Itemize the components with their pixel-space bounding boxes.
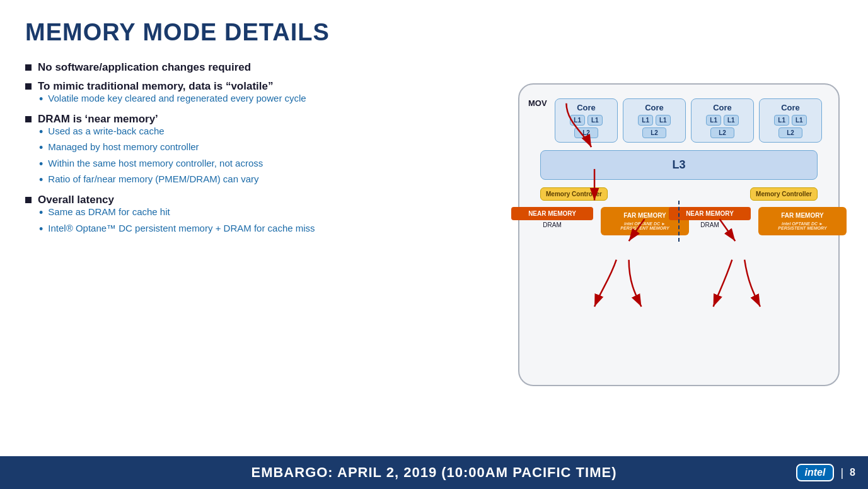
bullet-text-2: To mimic traditional memory, data is “vo… [38, 80, 273, 93]
sub-item-3-2: • Managed by host memory controller [39, 141, 502, 155]
bullet-item-4: Overall latency • Same as DRAM for cache… [25, 194, 502, 236]
bullet-list: No software/application changes required… [25, 61, 502, 236]
l2-cache-4: L2 [778, 127, 802, 138]
bullet-icon-2 [25, 83, 32, 90]
sub-dot-icon: • [39, 93, 43, 107]
near-memory-right: NEAR MEMORY [669, 207, 751, 220]
bullet-text-4: Overall latency [38, 194, 114, 206]
core-box-3: Core L1 L1 L2 [691, 98, 754, 143]
mem-controller-right: Memory Controller [750, 187, 818, 201]
right-panel: MOV Core L1 L1 L2 Core L1 L1 [515, 19, 843, 450]
l1-cache-4b: L1 [792, 115, 807, 126]
l1-cache-3b: L1 [724, 115, 739, 126]
core-label-2: Core [645, 103, 664, 112]
sub-item-3-4: • Ratio of far/near memory (PMEM/DRAM) c… [39, 174, 502, 187]
sub-text-3-4: Ratio of far/near memory (PMEM/DRAM) can… [48, 174, 258, 184]
sub-dot-icon: • [39, 141, 43, 155]
architecture-diagram: MOV Core L1 L1 L2 Core L1 L1 [518, 83, 840, 386]
sub-text-2-1: Volatile mode key cleared and regenerate… [48, 93, 306, 103]
core-box-2: Core L1 L1 L2 [623, 98, 686, 143]
near-memory-left: NEAR MEMORY [511, 207, 593, 220]
page-title: MEMORY MODE DETAILS [25, 19, 502, 46]
bullet-icon-4 [25, 197, 32, 203]
core-box-4: Core L1 L1 L2 [759, 98, 822, 143]
dashed-divider [678, 201, 680, 242]
bullet-icon-1 [25, 64, 32, 71]
intel-optane-right: intel OPTANE DC ►PERSISTENT MEMORY [765, 221, 840, 230]
sub-item-3-1: • Used as a write-back cache [39, 126, 502, 139]
page-number: 8 [850, 467, 855, 478]
sub-dot-icon: • [39, 223, 43, 237]
l2-cache-1: L2 [574, 127, 598, 138]
l1-cache-3a: L1 [706, 115, 721, 126]
sub-item-4-2: • Intel® Optane™ DC persistent memory + … [39, 223, 502, 237]
sub-dot-icon: • [39, 174, 43, 187]
footer-divider: | [840, 466, 843, 480]
sub-list-2: • Volatile mode key cleared and regenera… [39, 93, 502, 107]
sub-item-3-3: • Within the same host memory controller… [39, 158, 502, 172]
dram-label-right: DRAM [700, 221, 719, 228]
bullet-item-3: DRAM is ‘near memory’ • Used as a write-… [25, 113, 502, 187]
sub-list-4: • Same as DRAM for cache hit • Intel® Op… [39, 206, 502, 236]
mem-unit-left: NEAR MEMORY DRAM FAR MEMORY intel OPTANE… [540, 207, 660, 235]
mem-unit-right: NEAR MEMORY DRAM FAR MEMORY intel OPTANE… [698, 207, 818, 235]
l1-cache-1a: L1 [570, 115, 585, 126]
bullet-item-1: No software/application changes required [25, 61, 502, 74]
footer-text: EMBARGO: APRIL 2, 2019 (10:00AM PACIFIC … [251, 464, 616, 481]
left-panel: MEMORY MODE DETAILS No software/applicat… [25, 19, 502, 450]
cores-row: Core L1 L1 L2 Core L1 L1 L2 Core [555, 98, 822, 143]
memory-controllers-row: Memory Controller Memory Controller [540, 187, 818, 201]
sub-item-4-1: • Same as DRAM for cache hit [39, 206, 502, 220]
sub-dot-icon: • [39, 126, 43, 139]
bullet-text-1: No software/application changes required [38, 61, 251, 74]
sub-dot-icon: • [39, 158, 43, 172]
l2-cache-3: L2 [710, 127, 734, 138]
mov-label: MOV [528, 98, 547, 108]
sub-text-4-1: Same as DRAM for cache hit [48, 206, 170, 217]
core-label-3: Core [713, 103, 732, 112]
l1-cache-2a: L1 [638, 115, 653, 126]
bullet-item-2: To mimic traditional memory, data is “vo… [25, 80, 502, 107]
far-memory-label-right: FAR MEMORY [765, 212, 840, 219]
bullet-text-3: DRAM is ‘near memory’ [38, 113, 158, 126]
l3-cache-box: L3 [540, 150, 818, 180]
l1-cache-2b: L1 [656, 115, 671, 126]
footer-bar: EMBARGO: APRIL 2, 2019 (10:00AM PACIFIC … [0, 456, 868, 489]
sub-text-3-1: Used as a write-back cache [48, 126, 164, 136]
far-memory-right: FAR MEMORY intel OPTANE DC ►PERSISTENT M… [758, 207, 847, 235]
core-label-4: Core [781, 103, 800, 112]
core-box-1: Core L1 L1 L2 [555, 98, 618, 143]
sub-text-3-3: Within the same host memory controller, … [48, 158, 263, 168]
sub-list-3: • Used as a write-back cache • Managed b… [39, 126, 502, 187]
l1-cache-1b: L1 [587, 115, 603, 126]
l1-cache-4a: L1 [774, 115, 789, 126]
l3-label: L3 [672, 158, 685, 171]
core-label-1: Core [577, 103, 596, 112]
sub-item-2-1: • Volatile mode key cleared and regenera… [39, 93, 502, 107]
intel-badge: intel [796, 464, 835, 481]
sub-text-3-2: Managed by host memory controller [48, 141, 199, 152]
dram-label-left: DRAM [543, 221, 561, 228]
mem-controller-left: Memory Controller [540, 187, 608, 201]
footer-right: intel | 8 [796, 464, 855, 481]
sub-dot-icon: • [39, 206, 43, 220]
l2-cache-2: L2 [642, 127, 666, 138]
sub-text-4-2: Intel® Optane™ DC persistent memory + DR… [48, 223, 315, 233]
memory-units-row: NEAR MEMORY DRAM FAR MEMORY intel OPTANE… [540, 207, 818, 235]
bullet-icon-3 [25, 116, 32, 122]
